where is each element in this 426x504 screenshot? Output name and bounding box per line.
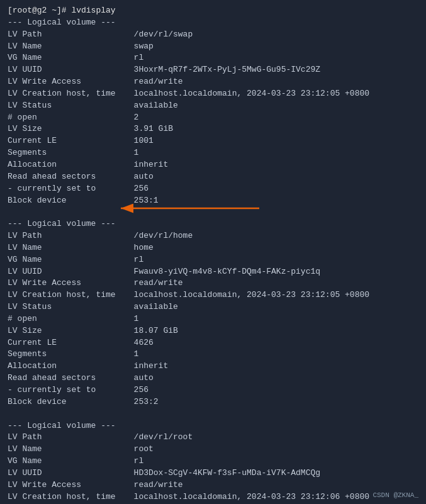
field-value: 3HoxrM-qR7f-2WTx-PyLj-5MwG-Gu95-IVc29Z <box>124 64 320 76</box>
field-value: 1 <box>124 349 138 361</box>
field-key: Block device <box>8 195 124 207</box>
lv-field-2-4: LV Write Access read/write <box>8 479 418 491</box>
lv-field-2-3: LV UUID HD3Dox-SCgV-4KFW-f3sF-uMDa-iV7K-… <box>8 468 418 479</box>
field-key: LV Path <box>8 230 124 242</box>
field-key: Segments <box>8 349 124 361</box>
field-key: Segments <box>8 147 124 159</box>
lv-field-1-8: LV Size 18.07 GiB <box>8 325 418 337</box>
field-key: Current LE <box>8 135 124 147</box>
field-key: LV Write Access <box>8 277 124 289</box>
watermark: CSDN @ZKNA_ <box>373 491 418 499</box>
field-value: HD3Dox-SCgV-4KFW-f3sF-uMDa-iV7K-AdMCQg <box>124 468 320 479</box>
field-key: # open <box>8 112 124 124</box>
lv-field-1-12: Read ahead sectors auto <box>8 372 418 384</box>
field-key: - currently set to <box>8 183 124 195</box>
field-value: 1 <box>124 313 138 325</box>
lv-field-1-3: LV UUID Fwauv8-yiVQ-m4v8-kCYf-DQm4-FAKz-… <box>8 266 418 278</box>
terminal: [root@g2 ~]# lvdisplay --- Logical volum… <box>0 0 426 504</box>
field-value: inherit <box>124 361 168 372</box>
lv-field-1-2: VG Name rl <box>8 254 418 266</box>
field-value: /dev/rl/swap <box>124 29 193 41</box>
field-value: /dev/rl/home <box>124 230 193 242</box>
field-key: VG Name <box>8 254 124 266</box>
field-value: 256 <box>124 183 149 195</box>
field-key: LV Name <box>8 242 124 254</box>
field-value: rl <box>124 254 143 266</box>
lv-field-1-13: - currently set to 256 <box>8 384 418 396</box>
lv-field-0-0: LV Path /dev/rl/swap <box>8 29 418 41</box>
field-value: auto <box>124 171 154 183</box>
lv-field-0-5: LV Creation host, time localhost.localdo… <box>8 88 418 100</box>
field-value: 3.91 GiB <box>124 123 173 135</box>
field-value: home <box>124 242 154 254</box>
lv-field-0-3: LV UUID 3HoxrM-qR7f-2WTx-PyLj-5MwG-Gu95-… <box>8 64 418 76</box>
field-value: 2 <box>124 112 138 124</box>
field-key: LV Status <box>8 100 124 112</box>
field-value: 18.07 GiB <box>124 325 178 337</box>
field-key: Block device <box>8 396 124 408</box>
field-value: 1 <box>124 147 138 159</box>
prompt-text: [root@g2 ~]# lvdisplay <box>8 5 116 17</box>
field-value: /dev/rl/root <box>124 432 193 444</box>
lv-section-home: --- Logical volume --- LV Path /dev/rl/h… <box>8 218 418 408</box>
field-value: 253:2 <box>124 396 159 408</box>
field-value: 4626 <box>124 337 154 349</box>
lv-field-2-1: LV Name root <box>8 444 418 456</box>
field-value: root <box>124 444 154 456</box>
field-value: available <box>124 100 178 112</box>
lv-field-0-7: # open 2 <box>8 112 418 124</box>
field-key: LV UUID <box>8 468 124 479</box>
field-value: 256 <box>124 384 149 396</box>
field-key: LV Creation host, time <box>8 289 124 301</box>
lv-field-0-6: LV Status available <box>8 100 418 112</box>
field-value: read/write <box>124 277 183 289</box>
lv-field-0-9: Current LE 1001 <box>8 135 418 147</box>
field-key: Allocation <box>8 159 124 171</box>
field-value: rl <box>124 52 143 64</box>
lv-field-1-14: Block device 253:2 <box>8 396 418 408</box>
lv-field-2-2: VG Name rl <box>8 456 418 468</box>
field-value: read/write <box>124 76 183 88</box>
lv-field-2-5: LV Creation host, time localhost.localdo… <box>8 491 418 503</box>
lv-field-0-2: VG Name rl <box>8 52 418 64</box>
lv-field-2-0: LV Path /dev/rl/root <box>8 432 418 444</box>
lv-field-1-9: Current LE 4626 <box>8 337 418 349</box>
field-value: inherit <box>124 159 168 171</box>
field-key: Current LE <box>8 337 124 349</box>
section-header-1: --- Logical volume --- <box>8 17 418 29</box>
lv-field-0-11: Allocation inherit <box>8 159 418 171</box>
field-key: LV UUID <box>8 266 124 278</box>
field-key: LV Path <box>8 432 124 444</box>
command-line: [root@g2 ~]# lvdisplay <box>8 5 418 17</box>
field-key: LV Creation host, time <box>8 491 124 503</box>
field-key: LV Size <box>8 123 124 135</box>
lv-field-0-12: Read ahead sectors auto <box>8 171 418 183</box>
field-key: VG Name <box>8 456 124 468</box>
lv-field-0-10: Segments 1 <box>8 147 418 159</box>
lv-field-0-1: LV Name swap <box>8 41 418 53</box>
lv-field-1-1: LV Name home <box>8 242 418 254</box>
field-value: 253:1 <box>124 195 159 207</box>
field-value: 1001 <box>124 135 154 147</box>
field-value: auto <box>124 372 154 384</box>
lv-field-1-10: Segments 1 <box>8 349 418 361</box>
field-value: localhost.localdomain, 2024-03-23 23:12:… <box>124 289 369 301</box>
field-key: LV Size <box>8 325 124 337</box>
field-key: LV Write Access <box>8 76 124 88</box>
lv-field-1-7: # open 1 <box>8 313 418 325</box>
lv-section-swap: --- Logical volume --- LV Path /dev/rl/s… <box>8 17 418 207</box>
field-key: Allocation <box>8 361 124 372</box>
field-value: rl <box>124 456 143 468</box>
lv-section-root: --- Logical volume --- LV Path /dev/rl/r… <box>8 420 418 504</box>
lv-field-1-5: LV Creation host, time localhost.localdo… <box>8 289 418 301</box>
section-header-3: --- Logical volume --- <box>8 420 418 432</box>
field-key: LV UUID <box>8 64 124 76</box>
lv-field-0-8: LV Size 3.91 GiB <box>8 123 418 135</box>
field-value: localhost.localdomain, 2024-03-23 23:12:… <box>124 491 369 503</box>
field-key: # open <box>8 313 124 325</box>
field-key: LV Path <box>8 29 124 41</box>
lv-field-1-0: LV Path /dev/rl/home <box>8 230 418 242</box>
field-value: available <box>124 301 178 313</box>
lv-field-0-4: LV Write Access read/write <box>8 76 418 88</box>
section-header-2: --- Logical volume --- <box>8 218 418 230</box>
